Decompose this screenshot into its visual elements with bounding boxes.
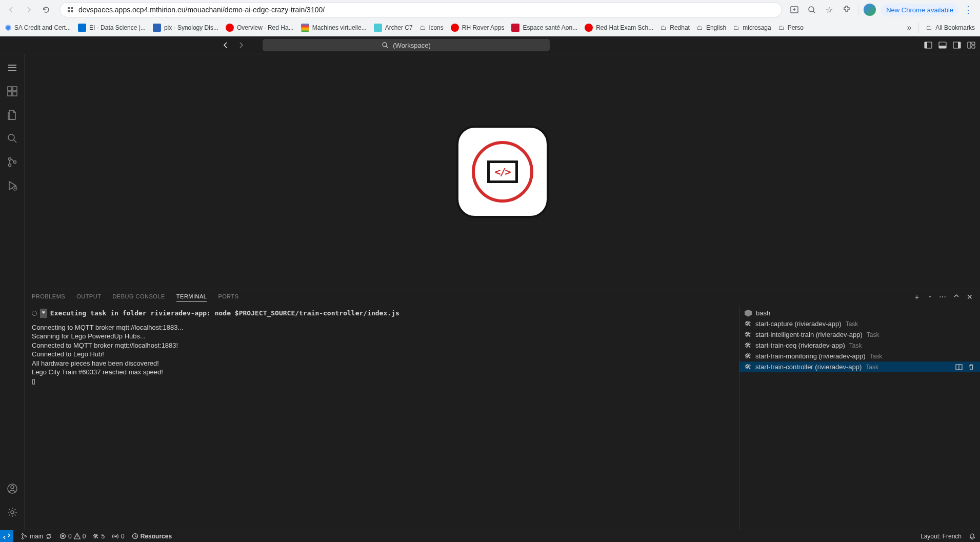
tab-terminal[interactable]: TERMINAL (176, 293, 207, 302)
terminal-dropdown-icon[interactable]: ⌄ (928, 293, 932, 302)
search-activity-icon[interactable] (5, 131, 19, 146)
terminal-item-label: start-intelligent-train (rivieradev-app) (755, 331, 863, 338)
terminal-item-task-selected[interactable]: 🛠 start-train-controller (rivieradev-app… (739, 362, 980, 372)
terminal-task-type: Task (870, 353, 883, 360)
problems-status[interactable]: 0 0 (59, 533, 86, 540)
split-terminal-icon[interactable] (955, 364, 963, 371)
notifications-bell-icon[interactable] (969, 533, 976, 540)
svg-rect-10 (939, 46, 946, 48)
bookmark-item[interactable]: RH Rover Apps (451, 24, 505, 32)
terminal-item-task[interactable]: 🛠 start-intelligent-train (rivieradev-ap… (739, 329, 980, 340)
terminal-item-task[interactable]: 🛠 start-capture (rivieradev-app) Task (739, 318, 980, 329)
explorer-icon[interactable] (5, 108, 19, 122)
titlebar-forward-button[interactable] (235, 39, 247, 51)
install-app-icon[interactable] (788, 4, 801, 16)
bookmark-folder[interactable]: 🗀 Perso (778, 24, 804, 31)
folder-icon: 🗀 (926, 24, 932, 31)
command-center-label: (Workspace) (393, 42, 430, 49)
ide-window: (Workspace) (0, 36, 980, 542)
bookmark-item[interactable]: Archer C7 (374, 24, 413, 32)
bookmark-folder[interactable]: 🗀 Redhat (661, 24, 690, 31)
url-bar[interactable]: devspaces.apps.ocp4.mthirion.eu/mouachan… (59, 2, 782, 17)
maximize-panel-icon[interactable] (953, 293, 959, 302)
accounts-icon[interactable] (5, 481, 19, 496)
all-bookmarks-button[interactable]: 🗀 All Bookmarks (926, 24, 975, 31)
ports-status[interactable]: 🛠 5 (93, 533, 105, 540)
chrome-update-button[interactable]: New Chrome available (881, 4, 958, 16)
star-icon[interactable]: ☆ (823, 4, 835, 16)
bookmark-item[interactable]: Overview · Red Ha... (226, 24, 294, 32)
resources-status[interactable]: Resources (132, 533, 172, 540)
terminal-item-label: start-train-controller (rivieradev-app) (755, 363, 862, 371)
activity-bar (0, 54, 25, 530)
toggle-primary-sidebar-icon[interactable] (924, 41, 933, 50)
tab-debug-console[interactable]: DEBUG CONSOLE (112, 293, 165, 302)
zoom-icon[interactable] (806, 4, 818, 16)
svg-rect-14 (972, 42, 975, 45)
svg-point-21 (8, 158, 11, 160)
chrome-menu-icon[interactable]: ⋮ (964, 4, 973, 15)
profile-avatar[interactable] (864, 4, 876, 16)
warning-icon (74, 533, 81, 539)
browser-forward-button[interactable] (22, 3, 36, 17)
bookmark-label: Archer C7 (385, 24, 413, 31)
browser-reload-button[interactable] (39, 3, 53, 17)
bookmark-folder[interactable]: 🗀 icons (420, 24, 444, 31)
extensions-icon[interactable] (841, 4, 853, 16)
sync-icon[interactable] (45, 533, 52, 540)
layout-status[interactable]: Layout: French (921, 533, 962, 540)
tab-problems[interactable]: PROBLEMS (32, 293, 65, 302)
tools-icon: 🛠 (745, 352, 751, 360)
url-text[interactable]: devspaces.apps.ocp4.mthirion.eu/mouachan… (78, 6, 775, 14)
bookmark-item[interactable]: SA Credit and Cert... (5, 24, 71, 31)
settings-gear-icon[interactable] (5, 505, 19, 519)
warning-count: 0 (83, 533, 86, 540)
terminal-task-type: Task (846, 320, 858, 328)
bookmark-folder[interactable]: 🗀 English (697, 24, 726, 31)
titlebar-back-button[interactable] (219, 39, 232, 51)
command-center[interactable]: (Workspace) (263, 39, 550, 51)
terminal-item-label: start-train-monitoring (rivieradev-app) (755, 352, 866, 360)
run-debug-icon[interactable] (5, 178, 19, 193)
close-panel-icon[interactable]: ✕ (967, 293, 973, 302)
bookmark-item[interactable]: EI - Data Science |... (78, 24, 146, 32)
terminal-cursor: ▯ (32, 377, 732, 386)
bookmark-item[interactable]: pix - Synology Dis... (153, 24, 218, 32)
bookmark-folder[interactable]: 🗀 microsaga (733, 24, 771, 31)
tools-icon: 🛠 (745, 320, 751, 328)
terminal-output[interactable]: * Executing task in folder rivieradev-ap… (25, 306, 739, 530)
trash-icon[interactable] (968, 364, 975, 371)
browser-back-button[interactable] (4, 3, 18, 17)
bookmark-favicon-icon (374, 24, 382, 32)
new-terminal-icon[interactable]: ＋ (913, 293, 921, 302)
tab-output[interactable]: OUTPUT (76, 293, 101, 302)
tab-ports[interactable]: PORTS (218, 293, 238, 302)
toggle-panel-icon[interactable] (938, 41, 947, 50)
bookmarks-right: » 🗀 All Bookmarks (907, 23, 975, 33)
git-branch-status[interactable]: main (21, 533, 52, 540)
toggle-secondary-sidebar-icon[interactable] (952, 41, 962, 50)
menu-icon[interactable] (5, 61, 19, 75)
forwarded-ports-status[interactable]: 0 (112, 533, 125, 540)
bookmark-item[interactable]: Espace santé Aon... (511, 24, 577, 32)
remote-indicator[interactable] (0, 530, 13, 543)
terminal-item-bash[interactable]: bash (739, 308, 980, 318)
svg-rect-12 (958, 42, 961, 48)
bookmark-favicon-icon (451, 24, 459, 32)
ide-body: </> PROBLEMS OUTPUT DEBUG CONSOLE TERMIN… (0, 54, 980, 530)
panel-tabs: PROBLEMS OUTPUT DEBUG CONSOLE TERMINAL P… (25, 289, 980, 306)
folder-icon: 🗀 (733, 24, 739, 31)
panel: PROBLEMS OUTPUT DEBUG CONSOLE TERMINAL P… (25, 289, 980, 530)
terminal-item-task[interactable]: 🛠 start-train-ceq (rivieradev-app) Task (739, 340, 980, 351)
bookmark-label: microsaga (743, 24, 771, 31)
customize-layout-icon[interactable] (967, 41, 976, 50)
svg-rect-2 (68, 10, 70, 12)
bookmarks-overflow-icon[interactable]: » (907, 23, 911, 32)
more-actions-icon[interactable]: ⋯ (939, 293, 946, 302)
extensions-icon[interactable] (5, 84, 19, 98)
bookmark-item[interactable]: Red Hat Exam Sch... (585, 24, 653, 32)
bookmark-item[interactable]: Machines virtuelle... (301, 24, 367, 32)
terminal-item-task[interactable]: 🛠 start-train-monitoring (rivieradev-app… (739, 351, 980, 362)
source-control-icon[interactable] (5, 155, 19, 169)
site-info-icon[interactable] (66, 6, 74, 14)
